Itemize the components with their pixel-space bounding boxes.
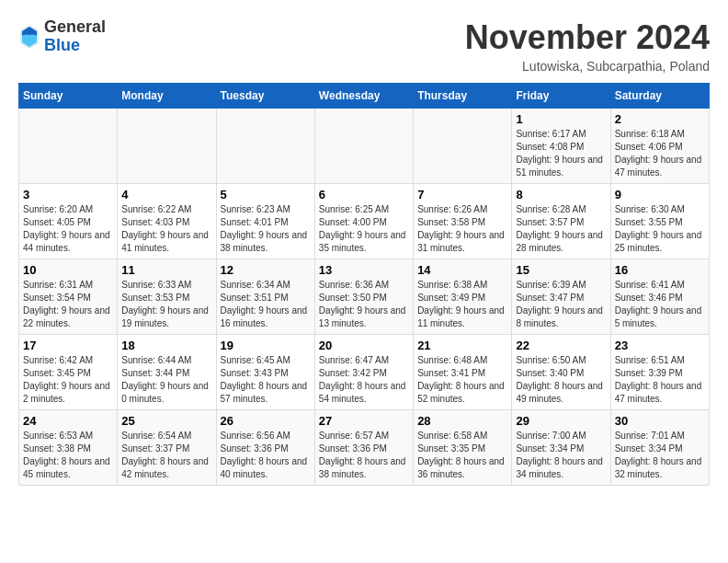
day-number: 20 xyxy=(319,339,409,352)
day-number: 26 xyxy=(221,414,311,428)
calendar-cell: 13Sunrise: 6:36 AM Sunset: 3:50 PM Dayli… xyxy=(314,259,413,335)
day-info: Sunrise: 6:57 AM Sunset: 3:36 PM Dayligh… xyxy=(319,430,409,481)
calendar-cell: 22Sunrise: 6:50 AM Sunset: 3:40 PM Dayli… xyxy=(512,335,610,410)
day-number: 13 xyxy=(319,263,409,277)
calendar-week-row: 3Sunrise: 6:20 AM Sunset: 4:05 PM Daylig… xyxy=(19,184,710,259)
calendar-cell: 2Sunrise: 6:18 AM Sunset: 4:06 PM Daylig… xyxy=(610,109,709,184)
calendar-cell: 9Sunrise: 6:30 AM Sunset: 3:55 PM Daylig… xyxy=(610,184,709,259)
day-info: Sunrise: 7:00 AM Sunset: 3:34 PM Dayligh… xyxy=(516,430,606,481)
day-number: 23 xyxy=(615,339,705,352)
day-number: 24 xyxy=(23,414,113,428)
day-number: 22 xyxy=(516,339,606,352)
weekday-header: Friday xyxy=(512,84,610,109)
day-info: Sunrise: 6:51 AM Sunset: 3:39 PM Dayligh… xyxy=(615,354,705,406)
calendar-week-row: 1Sunrise: 6:17 AM Sunset: 4:08 PM Daylig… xyxy=(19,109,710,184)
calendar-cell: 14Sunrise: 6:38 AM Sunset: 3:49 PM Dayli… xyxy=(414,259,512,335)
calendar-cell: 15Sunrise: 6:39 AM Sunset: 3:47 PM Dayli… xyxy=(512,259,610,335)
weekday-header: Tuesday xyxy=(216,84,314,109)
weekday-header: Monday xyxy=(118,84,216,109)
calendar-cell: 10Sunrise: 6:31 AM Sunset: 3:54 PM Dayli… xyxy=(19,259,118,335)
calendar-cell: 28Sunrise: 6:58 AM Sunset: 3:35 PM Dayli… xyxy=(414,410,512,486)
day-number: 28 xyxy=(417,414,507,428)
day-info: Sunrise: 6:34 AM Sunset: 3:51 PM Dayligh… xyxy=(221,279,311,330)
calendar-cell: 17Sunrise: 6:42 AM Sunset: 3:45 PM Dayli… xyxy=(19,335,118,410)
calendar-cell: 19Sunrise: 6:45 AM Sunset: 3:43 PM Dayli… xyxy=(216,335,314,410)
day-number: 17 xyxy=(23,339,113,352)
calendar-cell: 25Sunrise: 6:54 AM Sunset: 3:37 PM Dayli… xyxy=(118,410,216,486)
day-info: Sunrise: 6:33 AM Sunset: 3:53 PM Dayligh… xyxy=(121,279,211,330)
calendar-cell: 7Sunrise: 6:26 AM Sunset: 3:58 PM Daylig… xyxy=(414,184,512,259)
day-number: 10 xyxy=(23,263,113,277)
weekday-header: Saturday xyxy=(610,84,709,109)
calendar-week-row: 24Sunrise: 6:53 AM Sunset: 3:38 PM Dayli… xyxy=(19,410,710,486)
weekday-header-row: SundayMondayTuesdayWednesdayThursdayFrid… xyxy=(19,84,710,109)
day-info: Sunrise: 6:54 AM Sunset: 3:37 PM Dayligh… xyxy=(121,430,211,481)
day-info: Sunrise: 7:01 AM Sunset: 3:34 PM Dayligh… xyxy=(615,430,705,481)
day-info: Sunrise: 6:25 AM Sunset: 4:00 PM Dayligh… xyxy=(319,203,409,255)
calendar-cell: 23Sunrise: 6:51 AM Sunset: 3:39 PM Dayli… xyxy=(610,335,709,410)
day-info: Sunrise: 6:48 AM Sunset: 3:41 PM Dayligh… xyxy=(417,354,507,406)
calendar-week-row: 17Sunrise: 6:42 AM Sunset: 3:45 PM Dayli… xyxy=(19,335,710,410)
calendar-cell xyxy=(118,109,216,184)
calendar-table: SundayMondayTuesdayWednesdayThursdayFrid… xyxy=(18,83,710,486)
calendar-cell: 8Sunrise: 6:28 AM Sunset: 3:57 PM Daylig… xyxy=(512,184,610,259)
day-info: Sunrise: 6:56 AM Sunset: 3:36 PM Dayligh… xyxy=(221,430,311,481)
title-block: November 2024 Lutowiska, Subcarpathia, P… xyxy=(465,18,710,74)
logo-text: General Blue xyxy=(44,18,106,55)
month-title: November 2024 xyxy=(465,18,710,57)
day-info: Sunrise: 6:28 AM Sunset: 3:57 PM Dayligh… xyxy=(516,203,606,255)
calendar-cell: 24Sunrise: 6:53 AM Sunset: 3:38 PM Dayli… xyxy=(19,410,118,486)
day-number: 12 xyxy=(221,263,311,277)
page-header: General Blue November 2024 Lutowiska, Su… xyxy=(18,18,710,74)
location: Lutowiska, Subcarpathia, Poland xyxy=(465,59,710,74)
calendar-cell: 18Sunrise: 6:44 AM Sunset: 3:44 PM Dayli… xyxy=(118,335,216,410)
day-number: 30 xyxy=(615,414,705,428)
day-number: 18 xyxy=(121,339,211,352)
day-number: 15 xyxy=(516,263,606,277)
calendar-cell: 1Sunrise: 6:17 AM Sunset: 4:08 PM Daylig… xyxy=(512,109,610,184)
day-number: 2 xyxy=(615,112,705,126)
day-info: Sunrise: 6:22 AM Sunset: 4:03 PM Dayligh… xyxy=(121,203,211,255)
calendar-cell xyxy=(414,109,512,184)
day-number: 9 xyxy=(615,188,705,201)
calendar-cell: 20Sunrise: 6:47 AM Sunset: 3:42 PM Dayli… xyxy=(314,335,413,410)
calendar-cell: 11Sunrise: 6:33 AM Sunset: 3:53 PM Dayli… xyxy=(118,259,216,335)
day-number: 21 xyxy=(417,339,507,352)
weekday-header: Sunday xyxy=(19,84,118,109)
day-info: Sunrise: 6:23 AM Sunset: 4:01 PM Dayligh… xyxy=(221,203,311,255)
calendar-cell: 5Sunrise: 6:23 AM Sunset: 4:01 PM Daylig… xyxy=(216,184,314,259)
calendar-cell: 26Sunrise: 6:56 AM Sunset: 3:36 PM Dayli… xyxy=(216,410,314,486)
calendar-cell xyxy=(19,109,118,184)
calendar-cell xyxy=(314,109,413,184)
day-number: 8 xyxy=(516,188,606,201)
day-info: Sunrise: 6:47 AM Sunset: 3:42 PM Dayligh… xyxy=(319,354,409,406)
day-info: Sunrise: 6:42 AM Sunset: 3:45 PM Dayligh… xyxy=(23,354,113,406)
day-number: 16 xyxy=(615,263,705,277)
calendar-cell: 3Sunrise: 6:20 AM Sunset: 4:05 PM Daylig… xyxy=(19,184,118,259)
weekday-header: Wednesday xyxy=(314,84,413,109)
calendar-cell: 30Sunrise: 7:01 AM Sunset: 3:34 PM Dayli… xyxy=(610,410,709,486)
logo-icon xyxy=(18,23,40,51)
calendar-cell xyxy=(216,109,314,184)
day-info: Sunrise: 6:58 AM Sunset: 3:35 PM Dayligh… xyxy=(417,430,507,481)
day-info: Sunrise: 6:31 AM Sunset: 3:54 PM Dayligh… xyxy=(23,279,113,330)
day-number: 6 xyxy=(319,188,409,201)
day-number: 4 xyxy=(121,188,211,201)
day-number: 3 xyxy=(23,188,113,201)
day-info: Sunrise: 6:30 AM Sunset: 3:55 PM Dayligh… xyxy=(615,203,705,255)
calendar-week-row: 10Sunrise: 6:31 AM Sunset: 3:54 PM Dayli… xyxy=(19,259,710,335)
day-info: Sunrise: 6:41 AM Sunset: 3:46 PM Dayligh… xyxy=(615,279,705,330)
calendar-cell: 6Sunrise: 6:25 AM Sunset: 4:00 PM Daylig… xyxy=(314,184,413,259)
day-number: 19 xyxy=(221,339,311,352)
day-info: Sunrise: 6:18 AM Sunset: 4:06 PM Dayligh… xyxy=(615,128,705,179)
day-number: 29 xyxy=(516,414,606,428)
day-number: 27 xyxy=(319,414,409,428)
day-number: 11 xyxy=(121,263,211,277)
calendar-cell: 4Sunrise: 6:22 AM Sunset: 4:03 PM Daylig… xyxy=(118,184,216,259)
calendar-cell: 12Sunrise: 6:34 AM Sunset: 3:51 PM Dayli… xyxy=(216,259,314,335)
day-info: Sunrise: 6:20 AM Sunset: 4:05 PM Dayligh… xyxy=(23,203,113,255)
day-number: 1 xyxy=(516,112,606,126)
day-info: Sunrise: 6:45 AM Sunset: 3:43 PM Dayligh… xyxy=(221,354,311,406)
day-info: Sunrise: 6:39 AM Sunset: 3:47 PM Dayligh… xyxy=(516,279,606,330)
calendar-cell: 16Sunrise: 6:41 AM Sunset: 3:46 PM Dayli… xyxy=(610,259,709,335)
